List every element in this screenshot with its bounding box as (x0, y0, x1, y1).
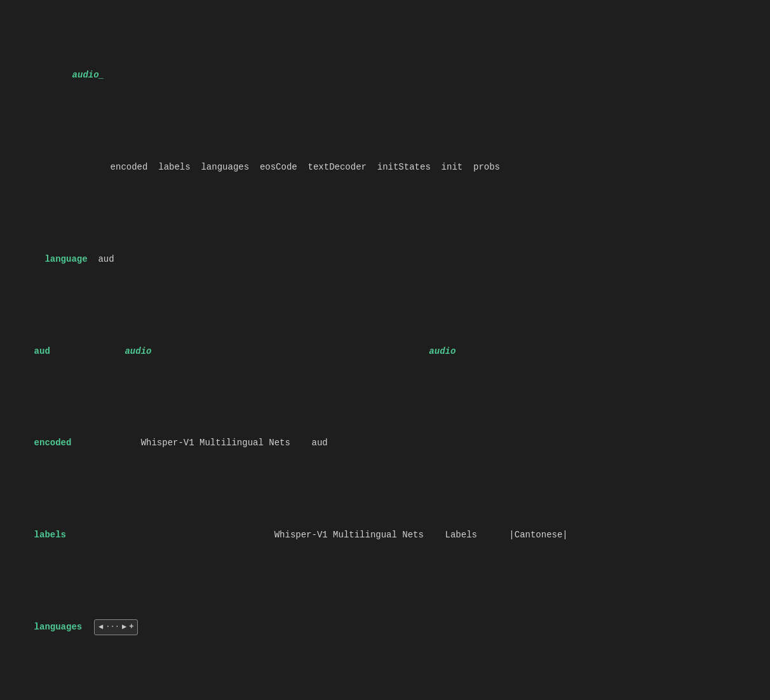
line-7: languages ◀ ··· ▶ + (13, 604, 757, 651)
widget-plus-btn[interactable]: + (129, 621, 133, 634)
code-block: audio_ encoded labels languages eosCode … (13, 6, 757, 700)
textdecoder-label: textDecoder (308, 162, 367, 172)
encoded-key: encoded (34, 438, 72, 448)
aud-val: aud (88, 254, 114, 264)
languages-key: languages (34, 622, 83, 632)
audio-underscore: audio_ (72, 70, 104, 80)
audio-val2: audio (429, 346, 456, 356)
line-5: encoded Whisper-V1 Multilingual Nets aud (13, 420, 757, 467)
languages-widget[interactable]: ◀ ··· ▶ + (94, 619, 138, 635)
probs-label: probs (473, 162, 500, 172)
line-4: aud audio audio (13, 328, 757, 375)
labels-key: labels (34, 530, 66, 540)
line-3: language aud (13, 236, 757, 283)
line-2: encoded labels languages eosCode textDec… (13, 144, 757, 191)
widget-left-arrow[interactable]: ◀ (98, 621, 103, 634)
encoded-value: Whisper-V1 Multilingual Nets aud (71, 438, 327, 448)
line-1: audio_ (13, 51, 757, 98)
line-6: labels Whisper-V1 Multilingual Nets Labe… (13, 512, 757, 559)
widget-dots: ··· (105, 621, 119, 634)
encoded-label: encoded (111, 162, 148, 172)
line-8: eosCode (13, 696, 757, 700)
language-key: language (34, 254, 88, 264)
languages-label: languages (201, 162, 249, 172)
init-label: init (442, 162, 463, 172)
audio-val1: audio (125, 346, 151, 356)
widget-right-arrow[interactable]: ▶ (122, 621, 126, 634)
initstates-label: initStates (377, 162, 431, 172)
eoscode-label: eosCode (260, 162, 297, 172)
aud-key: aud (34, 346, 50, 356)
labels-value: Whisper-V1 Multilingual Nets Labels |Can… (66, 530, 568, 540)
labels-label: labels (158, 162, 190, 172)
